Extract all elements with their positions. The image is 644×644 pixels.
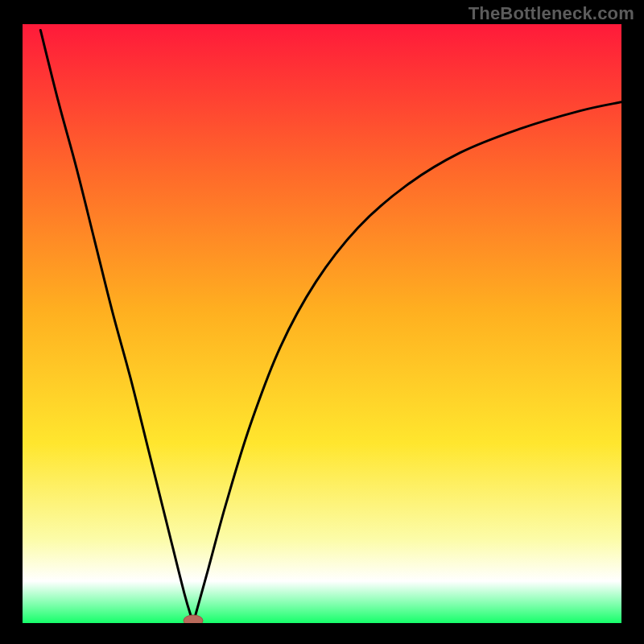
gradient-background — [23, 24, 621, 623]
minimum-marker — [184, 615, 203, 623]
bottleneck-chart — [23, 24, 621, 623]
watermark-text: TheBottleneck.com — [469, 3, 634, 24]
chart-frame: TheBottleneck.com — [0, 0, 644, 644]
plot-area — [23, 24, 621, 623]
